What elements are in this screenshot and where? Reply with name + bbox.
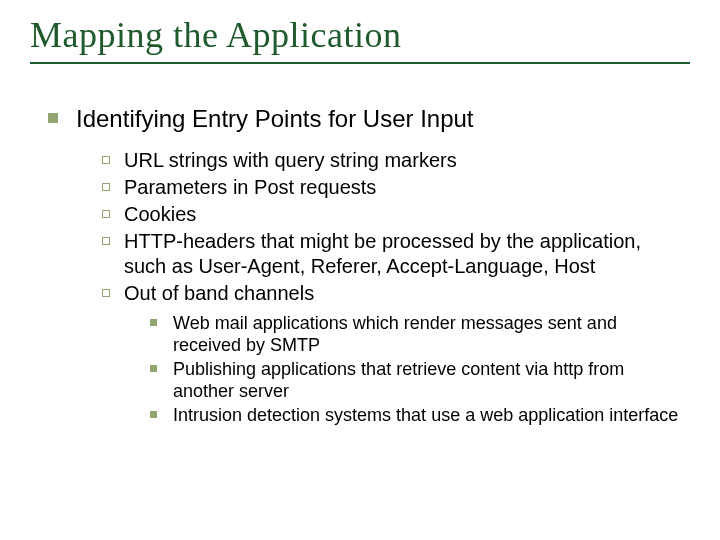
list-item-level2: Cookies <box>102 202 690 227</box>
list-item-level3: Web mail applications which render messa… <box>150 312 690 356</box>
level2-text: HTTP-headers that might be processed by … <box>124 229 684 279</box>
small-square-bullet-icon <box>150 365 157 372</box>
small-square-bullet-icon <box>150 411 157 418</box>
list-item-level1: Identifying Entry Points for User Input <box>48 104 690 134</box>
level2-text: Parameters in Post requests <box>124 175 376 200</box>
slide-title: Mapping the Application <box>30 14 690 56</box>
level2-text: URL strings with query string markers <box>124 148 457 173</box>
square-bullet-icon <box>48 113 58 123</box>
level2-text: Out of band channels <box>124 281 314 306</box>
open-square-bullet-icon <box>102 237 110 245</box>
list-item-level2: HTTP-headers that might be processed by … <box>102 229 690 279</box>
small-square-bullet-icon <box>150 319 157 326</box>
level3-list: Web mail applications which render messa… <box>150 312 690 426</box>
level2-list: URL strings with query string markers Pa… <box>102 148 690 306</box>
level3-text: Intrusion detection systems that use a w… <box>173 404 678 426</box>
title-underline <box>30 62 690 64</box>
level2-text: Cookies <box>124 202 196 227</box>
level1-text: Identifying Entry Points for User Input <box>76 104 474 134</box>
open-square-bullet-icon <box>102 156 110 164</box>
list-item-level2: URL strings with query string markers <box>102 148 690 173</box>
slide: Mapping the Application Identifying Entr… <box>0 0 720 540</box>
open-square-bullet-icon <box>102 289 110 297</box>
list-item-level2: Parameters in Post requests <box>102 175 690 200</box>
open-square-bullet-icon <box>102 210 110 218</box>
level3-text: Web mail applications which render messa… <box>173 312 683 356</box>
level3-text: Publishing applications that retrieve co… <box>173 358 683 402</box>
open-square-bullet-icon <box>102 183 110 191</box>
list-item-level2: Out of band channels <box>102 281 690 306</box>
list-item-level3: Publishing applications that retrieve co… <box>150 358 690 402</box>
list-item-level3: Intrusion detection systems that use a w… <box>150 404 690 426</box>
